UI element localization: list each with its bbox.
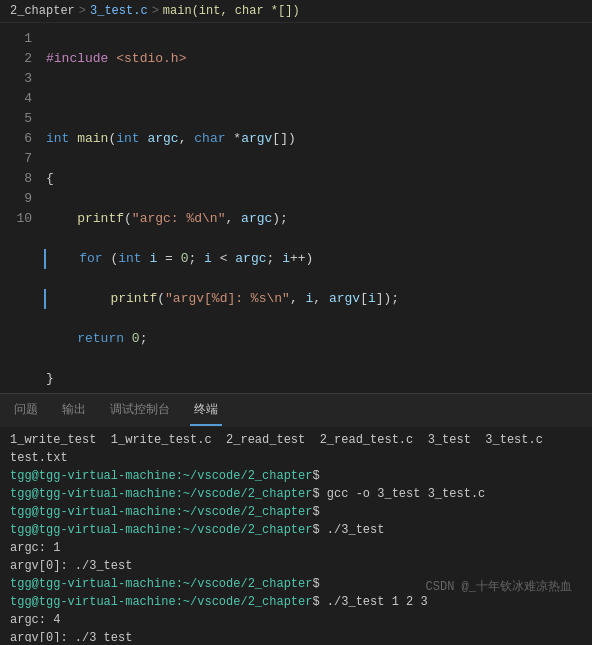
breadcrumb-sep2: >	[152, 4, 159, 18]
watermark: CSDN @_十年钦冰难凉热血	[426, 578, 572, 595]
tab-debug-console[interactable]: 调试控制台	[106, 395, 174, 426]
terminal-line-11: argv[0]: ./3_test	[10, 629, 582, 642]
terminal-line-2: tgg@tgg-virtual-machine:~/vscode/2_chapt…	[10, 467, 582, 485]
terminal-line-5: tgg@tgg-virtual-machine:~/vscode/2_chapt…	[10, 521, 582, 539]
breadcrumb: 2_chapter > 3_test.c > main(int, char *[…	[0, 0, 592, 23]
code-line-9: }	[46, 369, 592, 389]
terminal-line-7: argv[0]: ./3_test	[10, 557, 582, 575]
code-content[interactable]: #include <stdio.h> int main(int argc, ch…	[42, 23, 592, 393]
code-line-3: int main(int argc, char *argv[])	[46, 129, 592, 149]
breadcrumb-func: main(int, char *[])	[163, 4, 300, 18]
tab-problems[interactable]: 问题	[10, 395, 42, 426]
tab-output[interactable]: 输出	[58, 395, 90, 426]
terminal-line-6: argc: 1	[10, 539, 582, 557]
breadcrumb-sep1: >	[79, 4, 86, 18]
terminal-line-10: argc: 4	[10, 611, 582, 629]
code-line-8: return 0;	[46, 329, 592, 349]
terminal-line-3: tgg@tgg-virtual-machine:~/vscode/2_chapt…	[10, 485, 582, 503]
terminal-line-1: 1_write_test 1_write_test.c 2_read_test …	[10, 431, 582, 467]
code-line-1: #include <stdio.h>	[46, 49, 592, 69]
terminal-line-4: tgg@tgg-virtual-machine:~/vscode/2_chapt…	[10, 503, 582, 521]
breadcrumb-folder: 2_chapter	[10, 4, 75, 18]
code-editor: 1 2 3 4 5 6 7 8 9 10 #include <stdio.h> …	[0, 23, 592, 393]
tab-terminal[interactable]: 终端	[190, 395, 222, 426]
code-line-4: {	[46, 169, 592, 189]
code-line-2	[46, 89, 592, 109]
terminal[interactable]: 1_write_test 1_write_test.c 2_read_test …	[0, 427, 592, 642]
code-line-6: for (int i = 0; i < argc; i++)	[44, 249, 592, 269]
code-line-7: printf("argv[%d]: %s\n", i, argv[i]);	[44, 289, 592, 309]
terminal-line-9: tgg@tgg-virtual-machine:~/vscode/2_chapt…	[10, 593, 582, 611]
code-line-5: printf("argc: %d\n", argc);	[46, 209, 592, 229]
panel-tabs: 问题 输出 调试控制台 终端	[0, 393, 592, 427]
line-numbers: 1 2 3 4 5 6 7 8 9 10	[0, 23, 42, 393]
breadcrumb-file: 3_test.c	[90, 4, 148, 18]
